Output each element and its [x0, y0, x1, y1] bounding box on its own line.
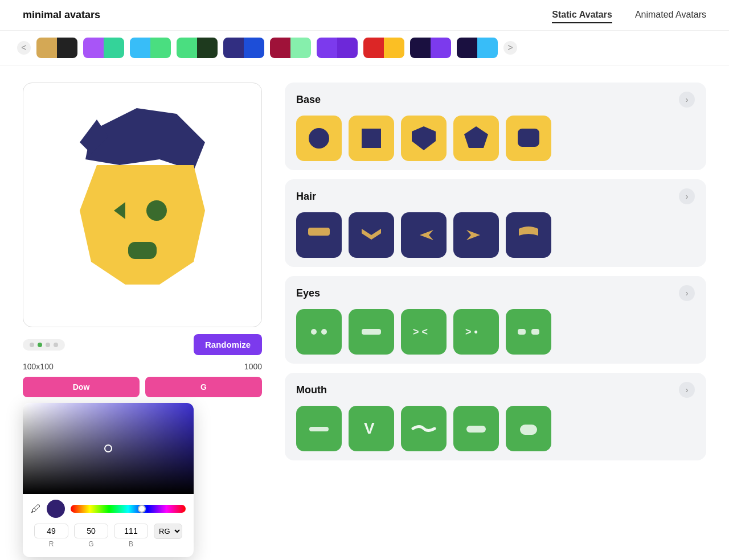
- rgb-g-label: G: [88, 540, 93, 548]
- base-option-0[interactable]: [296, 116, 342, 161]
- dot-2[interactable]: [46, 343, 50, 347]
- rgb-b-field: 111 B: [114, 524, 148, 548]
- palette-swatch-9[interactable]: [457, 38, 498, 58]
- mouth-option-2[interactable]: [401, 406, 447, 451]
- nav-static-avatars[interactable]: Static Avatars: [552, 7, 612, 23]
- svg-marker-12: [362, 229, 381, 240]
- rgb-g-input[interactable]: 50: [74, 524, 108, 538]
- svg-marker-2: [80, 165, 205, 285]
- svg-rect-17: [362, 329, 381, 335]
- eyes-option-0[interactable]: [296, 309, 342, 355]
- rgb-b-input[interactable]: 111: [114, 524, 148, 538]
- eyedropper-icon[interactable]: 🖊: [31, 503, 41, 515]
- mouth-option-1[interactable]: V: [349, 406, 394, 451]
- svg-marker-14: [466, 230, 480, 240]
- svg-rect-7: [362, 129, 381, 148]
- hair-section-header: Hair ›: [296, 188, 695, 204]
- indicator-dots: [23, 339, 65, 351]
- eyes-section-title: Eyes: [296, 287, 320, 299]
- rgb-g-field: 50 G: [74, 524, 108, 548]
- palette-right-arrow[interactable]: >: [503, 41, 517, 55]
- base-option-1[interactable]: [349, 116, 394, 161]
- rgb-r-input[interactable]: 49: [34, 524, 68, 538]
- base-section-title: Base: [296, 94, 321, 106]
- base-section-arrow[interactable]: ›: [679, 92, 695, 108]
- hair-option-3[interactable]: [453, 212, 499, 258]
- avatar-svg: [46, 97, 239, 313]
- eyes-section: Eyes ›: [285, 276, 706, 364]
- svg-marker-9: [464, 126, 488, 148]
- size-label: 100x100: [23, 362, 54, 371]
- palette-left-arrow[interactable]: <: [17, 41, 31, 55]
- eyes-option-3[interactable]: > •: [453, 309, 499, 355]
- options-panel: Base ›: [285, 83, 706, 557]
- svg-text:> <: > <: [413, 326, 428, 337]
- action-buttons: Dow G: [23, 377, 262, 397]
- palette-swatch-3[interactable]: [177, 38, 218, 58]
- palette-swatch-1[interactable]: [83, 38, 124, 58]
- palette-swatch-0[interactable]: [36, 38, 77, 58]
- size-value: 1000: [244, 362, 262, 371]
- svg-rect-5: [128, 242, 157, 259]
- mouth-option-3[interactable]: [453, 406, 499, 451]
- mouth-section-arrow[interactable]: ›: [679, 382, 695, 398]
- color-mode-dropdown[interactable]: RGB HEX HSL: [154, 524, 182, 539]
- svg-rect-22: [309, 427, 329, 431]
- base-option-2[interactable]: [401, 116, 447, 161]
- svg-point-6: [309, 128, 329, 149]
- mouth-section-header: Mouth ›: [296, 382, 695, 398]
- nav-animated-avatars[interactable]: Animated Avatars: [635, 7, 706, 23]
- mouth-option-0[interactable]: [296, 406, 342, 451]
- hair-section-arrow[interactable]: ›: [679, 188, 695, 204]
- header: minimal avatars Static Avatars Animated …: [0, 0, 729, 31]
- hue-thumb[interactable]: [138, 505, 146, 513]
- mouth-option-4[interactable]: [506, 406, 551, 451]
- palette-swatch-4[interactable]: [223, 38, 264, 58]
- eyes-option-4[interactable]: [506, 309, 551, 355]
- dot-0[interactable]: [30, 343, 34, 347]
- hue-slider[interactable]: [71, 505, 186, 513]
- hair-options-grid: [296, 212, 695, 258]
- hair-option-1[interactable]: [349, 212, 394, 258]
- svg-rect-25: [520, 425, 537, 435]
- avatar-panel: Randomize 100x100 1000 Dow G 🖊: [23, 83, 262, 557]
- svg-button[interactable]: G: [145, 377, 262, 397]
- color-cursor[interactable]: [104, 444, 112, 452]
- palette-swatch-8[interactable]: [410, 38, 451, 58]
- eyes-section-arrow[interactable]: ›: [679, 285, 695, 301]
- color-picker-popup: 🖊 49 R 50 G 111 B: [23, 403, 194, 557]
- svg-rect-24: [466, 426, 486, 433]
- dot-3[interactable]: [54, 343, 58, 347]
- eyes-options-grid: > < > •: [296, 309, 695, 355]
- rgb-inputs: 49 R 50 G 111 B RGB HEX HSL: [23, 518, 194, 548]
- hair-option-4[interactable]: [506, 212, 551, 258]
- base-option-3[interactable]: [453, 116, 499, 161]
- palette-swatch-5[interactable]: [270, 38, 311, 58]
- eyes-option-2[interactable]: > <: [401, 309, 447, 355]
- avatar-controls: Randomize: [23, 334, 262, 355]
- palette-swatch-2[interactable]: [130, 38, 171, 58]
- selected-color-swatch[interactable]: [47, 500, 65, 518]
- rgb-b-label: B: [129, 540, 133, 548]
- download-button[interactable]: Dow: [23, 377, 140, 397]
- hair-option-0[interactable]: [296, 212, 342, 258]
- svg-point-16: [321, 329, 327, 335]
- palette-swatch-6[interactable]: [317, 38, 358, 58]
- svg-rect-21: [531, 329, 539, 335]
- avatar-preview: [23, 83, 262, 327]
- eyes-option-1[interactable]: [349, 309, 394, 355]
- palette-swatch-7[interactable]: [363, 38, 404, 58]
- svg-text:V: V: [364, 419, 375, 437]
- size-row: 100x100 1000: [23, 362, 262, 371]
- svg-point-4: [146, 200, 167, 221]
- randomize-button[interactable]: Randomize: [194, 334, 262, 355]
- picker-bottom: 🖊: [23, 494, 194, 518]
- hair-option-2[interactable]: [401, 212, 447, 258]
- svg-marker-8: [412, 126, 436, 150]
- svg-text:> •: > •: [465, 326, 478, 337]
- base-option-4[interactable]: [506, 116, 551, 161]
- color-gradient[interactable]: [23, 403, 194, 494]
- dot-1[interactable]: [38, 343, 42, 347]
- hair-section: Hair ›: [285, 179, 706, 267]
- svg-point-15: [311, 329, 317, 335]
